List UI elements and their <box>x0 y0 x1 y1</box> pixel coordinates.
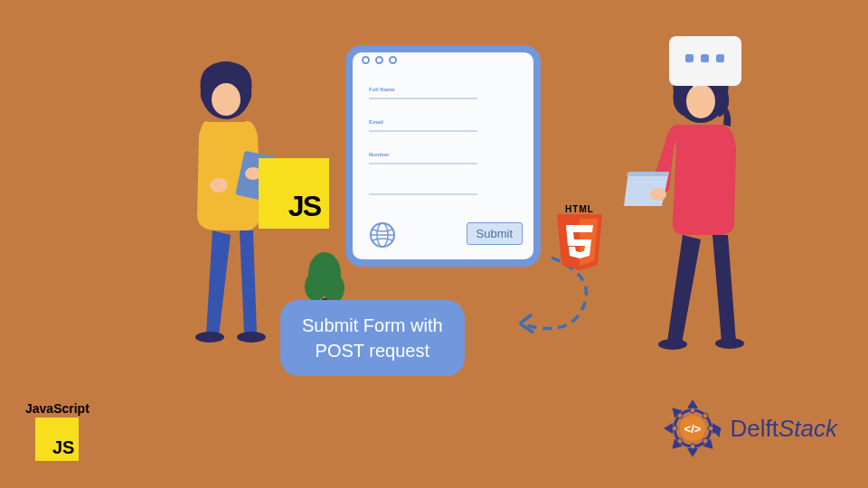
svg-point-1 <box>212 83 241 116</box>
field-label-email: Email <box>369 119 383 125</box>
speech-bubble <box>669 36 741 86</box>
svg-point-11 <box>715 338 744 349</box>
svg-point-27 <box>703 413 708 418</box>
js-logo: JS <box>259 158 329 229</box>
submit-button[interactable]: Submit <box>467 222 523 245</box>
javascript-corner-logo: JavaScript JS <box>25 401 90 461</box>
caption-line2: POST request <box>316 341 429 361</box>
field-line <box>369 193 477 195</box>
field-line <box>369 163 477 164</box>
svg-point-9 <box>650 188 666 201</box>
field-label-number: Number <box>369 152 390 157</box>
svg-point-30 <box>690 444 695 449</box>
html5-logo: HTML <box>553 204 606 275</box>
globe-icon <box>369 221 396 249</box>
caption-box: Submit Form with POST request <box>280 300 465 376</box>
delftstack-text: DelftStack <box>731 415 838 443</box>
field-line <box>369 98 477 99</box>
person-right-illustration <box>624 54 760 352</box>
svg-point-29 <box>703 438 708 444</box>
svg-text:</>: </> <box>684 422 701 436</box>
window-controls <box>362 56 397 64</box>
js-corner-badge: JS <box>52 437 74 458</box>
field-line <box>369 130 477 132</box>
field-label-fullname: Full Name <box>369 87 395 92</box>
browser-form-window: Full Name Email Number Submit <box>345 45 541 267</box>
svg-point-5 <box>195 332 224 343</box>
svg-point-3 <box>210 178 228 192</box>
js-logo-text: JS <box>288 190 320 223</box>
svg-point-32 <box>672 426 677 431</box>
svg-point-33 <box>677 413 683 418</box>
delftstack-logo: </> DelftStack <box>660 396 838 461</box>
svg-point-10 <box>658 339 687 350</box>
caption-line1: Submit Form with <box>302 315 443 335</box>
html5-text: HTML <box>553 204 606 214</box>
svg-point-6 <box>237 332 266 343</box>
svg-point-26 <box>690 408 695 413</box>
svg-point-31 <box>677 438 683 444</box>
svg-point-28 <box>708 426 713 431</box>
js-corner-label: JavaScript <box>25 401 90 416</box>
delftstack-emblem: </> <box>660 396 725 461</box>
